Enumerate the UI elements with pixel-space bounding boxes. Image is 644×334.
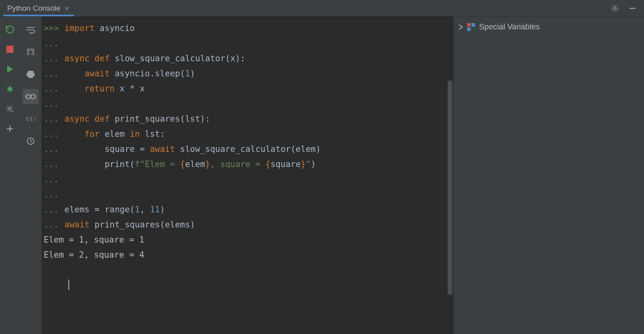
tab-python-console[interactable]: Python Console × — [0, 1, 76, 16]
tabbar-actions — [610, 3, 638, 14]
caret — [68, 280, 69, 290]
svg-point-10 — [8, 107, 10, 110]
print-icon[interactable] — [23, 67, 39, 82]
variables-panel: Special Variables — [453, 17, 644, 334]
svg-line-8 — [12, 90, 13, 91]
svg-rect-16 — [28, 71, 33, 73]
prompt: >>> — [41, 21, 64, 36]
special-variables-node[interactable]: Special Variables — [458, 22, 639, 31]
soft-wrap-icon[interactable] — [23, 22, 39, 37]
output-line: Elem = 2, square = 4 — [41, 247, 144, 262]
svg-point-3 — [8, 87, 12, 91]
tab-title: Python Console — [7, 4, 60, 13]
stop-icon[interactable] — [4, 44, 16, 55]
browse-history-icon[interactable] — [23, 111, 39, 126]
console-editor[interactable]: >>>import asyncio ... ...async def slow_… — [41, 17, 453, 334]
scroll-to-end-icon[interactable] — [23, 45, 39, 60]
show-variables-icon[interactable] — [23, 89, 39, 104]
left-toolbar-1 — [0, 17, 20, 334]
scrollbar[interactable] — [448, 80, 452, 295]
svg-line-6 — [12, 87, 13, 88]
svg-line-7 — [7, 90, 8, 91]
console-wrap: >>>import asyncio ... ...async def slow_… — [41, 17, 644, 334]
left-toolbar-2 — [20, 17, 41, 334]
rerun-icon[interactable] — [4, 24, 16, 35]
minimize-icon[interactable] — [627, 3, 638, 14]
svg-point-0 — [614, 7, 616, 10]
variables-group-icon — [467, 23, 475, 31]
output-line: Elem = 1, square = 1 — [41, 232, 144, 247]
tab-bar: Python Console × — [0, 0, 644, 17]
add-icon[interactable] — [4, 123, 16, 134]
app-root: Python Console × — [0, 0, 644, 334]
gear-run-icon[interactable] — [4, 103, 16, 115]
special-variables-label: Special Variables — [479, 22, 540, 31]
svg-rect-2 — [6, 46, 14, 53]
close-icon[interactable]: × — [64, 4, 69, 12]
run-icon[interactable] — [4, 64, 16, 75]
debug-icon[interactable] — [4, 84, 16, 95]
chevron-right-icon — [458, 24, 463, 30]
history-icon[interactable] — [23, 134, 39, 149]
svg-line-5 — [7, 87, 8, 88]
svg-rect-18 — [28, 76, 33, 78]
body: >>>import asyncio ... ...async def slow_… — [0, 17, 644, 334]
gear-icon[interactable] — [610, 3, 620, 14]
